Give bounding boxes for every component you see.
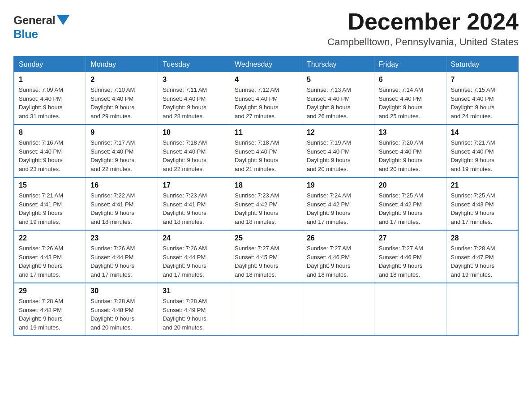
day-info: Sunrise: 7:20 AMSunset: 4:40 PMDaylight:… [379,138,442,173]
calendar-cell [302,283,374,336]
calendar-cell: 25Sunrise: 7:27 AMSunset: 4:45 PMDayligh… [230,230,302,283]
calendar-cell: 4Sunrise: 7:12 AMSunset: 4:40 PMDaylight… [230,72,302,124]
calendar-cell: 22Sunrise: 7:26 AMSunset: 4:43 PMDayligh… [14,230,86,283]
day-info: Sunrise: 7:26 AMSunset: 4:44 PMDaylight:… [90,244,153,279]
calendar-cell: 10Sunrise: 7:18 AMSunset: 4:40 PMDayligh… [158,124,230,177]
day-number: 5 [307,76,369,84]
calendar-week-row: 1Sunrise: 7:09 AMSunset: 4:40 PMDaylight… [14,72,518,124]
calendar-cell: 14Sunrise: 7:21 AMSunset: 4:40 PMDayligh… [446,124,518,177]
day-info: Sunrise: 7:09 AMSunset: 4:40 PMDaylight:… [19,86,81,120]
calendar-cell: 7Sunrise: 7:15 AMSunset: 4:40 PMDaylight… [446,72,518,124]
day-info: Sunrise: 7:23 AMSunset: 4:42 PMDaylight:… [235,191,297,226]
weekday-header-friday: Friday [374,56,446,72]
weekday-header-monday: Monday [86,56,158,72]
day-info: Sunrise: 7:18 AMSunset: 4:40 PMDaylight:… [163,138,225,173]
location-title: Campbelltown, Pennsylvania, United State… [327,36,519,48]
day-number: 27 [379,234,442,242]
day-number: 18 [235,181,297,189]
day-number: 10 [163,128,225,137]
day-info: Sunrise: 7:21 AMSunset: 4:41 PMDaylight:… [19,191,81,226]
calendar-cell [230,283,302,336]
day-info: Sunrise: 7:25 AMSunset: 4:42 PMDaylight:… [379,191,442,226]
day-number: 20 [379,181,442,189]
calendar-week-row: 29Sunrise: 7:28 AMSunset: 4:48 PMDayligh… [14,283,518,336]
calendar-cell: 31Sunrise: 7:28 AMSunset: 4:49 PMDayligh… [158,283,230,336]
calendar-cell: 1Sunrise: 7:09 AMSunset: 4:40 PMDaylight… [14,72,86,124]
day-number: 19 [307,181,369,189]
day-number: 29 [19,287,81,295]
day-info: Sunrise: 7:15 AMSunset: 4:40 PMDaylight:… [451,86,513,120]
calendar-table: SundayMondayTuesdayWednesdayThursdayFrid… [13,56,519,336]
day-number: 12 [307,128,369,137]
calendar-cell: 20Sunrise: 7:25 AMSunset: 4:42 PMDayligh… [374,177,446,230]
day-number: 9 [90,128,153,137]
calendar-cell: 23Sunrise: 7:26 AMSunset: 4:44 PMDayligh… [86,230,158,283]
day-info: Sunrise: 7:11 AMSunset: 4:40 PMDaylight:… [163,86,225,120]
day-number: 21 [451,181,513,189]
calendar-week-row: 22Sunrise: 7:26 AMSunset: 4:43 PMDayligh… [14,230,518,283]
calendar-cell: 15Sunrise: 7:21 AMSunset: 4:41 PMDayligh… [14,177,86,230]
day-info: Sunrise: 7:26 AMSunset: 4:43 PMDaylight:… [19,244,81,279]
calendar-cell: 27Sunrise: 7:27 AMSunset: 4:46 PMDayligh… [374,230,446,283]
day-number: 4 [235,76,297,84]
day-number: 25 [235,234,297,242]
calendar-cell [446,283,518,336]
day-info: Sunrise: 7:25 AMSunset: 4:43 PMDaylight:… [451,191,513,226]
calendar-cell: 30Sunrise: 7:28 AMSunset: 4:48 PMDayligh… [86,283,158,336]
day-info: Sunrise: 7:27 AMSunset: 4:45 PMDaylight:… [235,244,297,279]
day-info: Sunrise: 7:17 AMSunset: 4:40 PMDaylight:… [90,138,153,173]
calendar-cell: 24Sunrise: 7:26 AMSunset: 4:44 PMDayligh… [158,230,230,283]
day-info: Sunrise: 7:27 AMSunset: 4:46 PMDaylight:… [307,244,369,279]
weekday-header-saturday: Saturday [446,56,518,72]
day-info: Sunrise: 7:19 AMSunset: 4:40 PMDaylight:… [307,138,369,173]
day-number: 23 [90,234,153,242]
calendar-cell: 18Sunrise: 7:23 AMSunset: 4:42 PMDayligh… [230,177,302,230]
calendar-cell: 8Sunrise: 7:16 AMSunset: 4:40 PMDaylight… [14,124,86,177]
calendar-cell: 9Sunrise: 7:17 AMSunset: 4:40 PMDaylight… [86,124,158,177]
calendar-week-row: 8Sunrise: 7:16 AMSunset: 4:40 PMDaylight… [14,124,518,177]
calendar-cell: 26Sunrise: 7:27 AMSunset: 4:46 PMDayligh… [302,230,374,283]
calendar-cell: 2Sunrise: 7:10 AMSunset: 4:40 PMDaylight… [86,72,158,124]
calendar-cell: 19Sunrise: 7:24 AMSunset: 4:42 PMDayligh… [302,177,374,230]
day-info: Sunrise: 7:14 AMSunset: 4:40 PMDaylight:… [379,86,442,120]
calendar-cell: 29Sunrise: 7:28 AMSunset: 4:48 PMDayligh… [14,283,86,336]
calendar-cell: 11Sunrise: 7:18 AMSunset: 4:40 PMDayligh… [230,124,302,177]
day-info: Sunrise: 7:18 AMSunset: 4:40 PMDaylight:… [235,138,297,173]
day-number: 1 [19,76,81,84]
calendar-cell: 16Sunrise: 7:22 AMSunset: 4:41 PMDayligh… [86,177,158,230]
weekday-header-wednesday: Wednesday [230,56,302,72]
day-number: 28 [451,234,513,242]
day-info: Sunrise: 7:27 AMSunset: 4:46 PMDaylight:… [379,244,442,279]
day-number: 17 [163,181,225,189]
calendar-cell: 21Sunrise: 7:25 AMSunset: 4:43 PMDayligh… [446,177,518,230]
day-number: 14 [451,128,513,137]
logo-blue-text: Blue [13,27,69,41]
day-number: 22 [19,234,81,242]
calendar-cell: 3Sunrise: 7:11 AMSunset: 4:40 PMDaylight… [158,72,230,124]
logo: General Blue [13,13,69,41]
weekday-header-sunday: Sunday [14,56,86,72]
calendar-cell [374,283,446,336]
logo-triangle-icon [57,15,69,25]
day-info: Sunrise: 7:24 AMSunset: 4:42 PMDaylight:… [307,191,369,226]
day-number: 15 [19,181,81,189]
day-number: 30 [90,287,153,295]
day-number: 13 [379,128,442,137]
day-number: 3 [163,76,225,84]
day-info: Sunrise: 7:21 AMSunset: 4:40 PMDaylight:… [451,138,513,173]
calendar-cell: 6Sunrise: 7:14 AMSunset: 4:40 PMDaylight… [374,72,446,124]
calendar-cell: 12Sunrise: 7:19 AMSunset: 4:40 PMDayligh… [302,124,374,177]
day-number: 8 [19,128,81,137]
weekday-header-tuesday: Tuesday [158,56,230,72]
day-number: 31 [163,287,225,295]
day-info: Sunrise: 7:28 AMSunset: 4:48 PMDaylight:… [19,297,81,332]
day-number: 26 [307,234,369,242]
day-info: Sunrise: 7:12 AMSunset: 4:40 PMDaylight:… [235,86,297,120]
calendar-cell: 28Sunrise: 7:28 AMSunset: 4:47 PMDayligh… [446,230,518,283]
day-info: Sunrise: 7:23 AMSunset: 4:41 PMDaylight:… [163,191,225,226]
day-info: Sunrise: 7:13 AMSunset: 4:40 PMDaylight:… [307,86,369,120]
title-area: December 2024 Campbelltown, Pennsylvania… [327,9,519,48]
day-info: Sunrise: 7:22 AMSunset: 4:41 PMDaylight:… [90,191,153,226]
day-number: 6 [379,76,442,84]
day-number: 2 [90,76,153,84]
